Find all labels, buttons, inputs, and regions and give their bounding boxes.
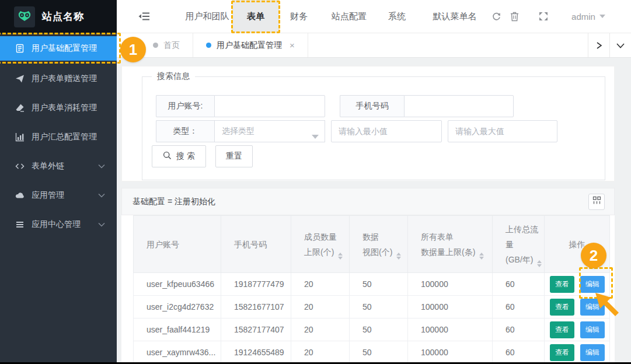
col-header-account: 用户账号	[134, 216, 221, 273]
view-button[interactable]: 查看	[550, 299, 574, 316]
table-title-bar: 基础配置 = 注册初始化	[121, 188, 615, 215]
search-legend: 搜索信息	[152, 71, 195, 82]
refresh-icon[interactable]	[489, 0, 503, 33]
sidebar-item-label: 应用中心管理	[32, 219, 81, 230]
tab-user-basic-config[interactable]: 用户基础配置管理 ×	[193, 33, 308, 57]
trash-icon[interactable]	[507, 0, 522, 33]
bar-chart-icon	[15, 132, 25, 142]
sidebar-item-form-consume[interactable]: 用户表单消耗管理	[0, 93, 117, 123]
sidebar-item-label: 用户基础配置管理	[32, 43, 97, 54]
sort-icon[interactable]	[479, 253, 484, 260]
account-input[interactable]	[214, 95, 325, 117]
tab-bar: 首页 用户基础配置管理 ×	[117, 33, 631, 58]
menu-fold-icon[interactable]	[135, 0, 153, 33]
top-navigation: 用户和团队 表单 财务 站点配置 系统 默认菜单名 admin	[117, 0, 631, 33]
sidebar-item-label: 表单外链	[32, 161, 64, 172]
table-header-row: 用户账号 手机号码 成员数量 上限(个) 数据 视图(个) 所有表单 数据量上限…	[134, 216, 610, 273]
chevron-down-icon[interactable]	[609, 33, 631, 57]
nav-item-system[interactable]: 系统	[384, 0, 410, 33]
col-header-data-limit: 所有表单 数据量上限(条)	[408, 216, 493, 273]
edit-button[interactable]: 编辑	[580, 299, 605, 316]
sidebar: 站点名称 用户基础配置管理 用户表单赠送管理 用户表单消耗管理 用户汇总配置管理	[0, 0, 117, 364]
sidebar-item-label: 用户表单消耗管理	[32, 103, 97, 113]
table-row: user_kfpeuu63466 19187777479 20 50 10000…	[134, 273, 610, 296]
sort-icon[interactable]	[537, 260, 542, 267]
tab-label: 首页	[163, 40, 180, 51]
table-row: user_i2cg4d27632 15821677107 20 50 10000…	[134, 296, 610, 318]
tab-home[interactable]: 首页	[140, 33, 193, 57]
table-title: 基础配置 = 注册初始化	[133, 197, 215, 207]
col-header-phone: 手机号码	[221, 216, 291, 273]
fullscreen-icon[interactable]	[536, 0, 551, 33]
nav-item-finance[interactable]: 财务	[286, 0, 312, 33]
column-settings-icon	[592, 196, 601, 207]
min-value-input[interactable]	[331, 120, 442, 142]
sort-icon[interactable]	[338, 253, 343, 260]
sort-icon[interactable]	[396, 253, 401, 260]
tab-dot-icon	[153, 43, 158, 48]
sidebar-item-label: 用户汇总配置管理	[32, 132, 97, 142]
type-select[interactable]: 选择类型	[214, 120, 325, 142]
col-header-views: 数据 视图(个)	[350, 216, 408, 273]
app-title: 站点名称	[42, 10, 84, 23]
nav-item-site-config[interactable]: 站点配置	[327, 0, 371, 33]
type-field-label: 类型：	[156, 120, 214, 142]
view-button[interactable]: 查看	[550, 276, 574, 293]
eraser-icon	[15, 103, 25, 113]
edit-button[interactable]: 编辑	[580, 321, 605, 338]
sidebar-item-form-external-link[interactable]: 表单外链	[0, 152, 117, 181]
select-caret-icon	[312, 135, 319, 139]
table-row: user_faalf441219 15827177407 20 50 10000…	[134, 318, 610, 341]
tab-label: 用户基础配置管理	[217, 40, 282, 51]
sidebar-item-app-center[interactable]: 应用中心管理	[0, 210, 117, 239]
sidebar-item-user-basic-config[interactable]: 用户基础配置管理	[0, 36, 117, 61]
close-icon[interactable]: ×	[290, 40, 295, 50]
cloud-icon	[15, 191, 25, 200]
list-icon	[15, 220, 25, 229]
phone-field-label: 手机号码	[340, 95, 404, 117]
admin-menu[interactable]: admin	[565, 0, 612, 33]
view-button[interactable]: 查看	[550, 321, 574, 338]
view-button[interactable]: 查看	[550, 344, 574, 361]
col-header-traffic: 上传总流量 (GB/年)	[493, 216, 545, 273]
ledger-icon	[15, 44, 25, 53]
max-value-input[interactable]	[448, 120, 557, 142]
account-field-group: 用户账号:	[156, 95, 325, 117]
sidebar-item-summary-config[interactable]: 用户汇总配置管理	[0, 123, 117, 152]
nav-item-forms[interactable]: 表单	[232, 0, 279, 33]
config-table: 用户账号 手机号码 成员数量 上限(个) 数据 视图(个) 所有表单 数据量上限…	[133, 215, 610, 362]
caret-down-icon	[599, 15, 605, 18]
edit-button[interactable]: 编辑	[580, 344, 605, 361]
type-field-group: 类型：	[156, 120, 214, 142]
search-fieldset: 搜索信息 用户账号: 手机号码 类型： 选择类型	[142, 76, 605, 180]
sidebar-item-app-management[interactable]: 应用管理	[0, 181, 117, 210]
column-settings-button[interactable]	[588, 194, 605, 210]
type-select-placeholder: 选择类型	[222, 126, 255, 136]
step-badge-1: 1	[120, 37, 146, 62]
sidebar-item-label: 应用管理	[32, 190, 64, 201]
sidebar-item-form-gift[interactable]: 用户表单赠送管理	[0, 64, 117, 93]
tab-dot-icon	[206, 43, 211, 48]
send-icon	[15, 74, 25, 83]
phone-field-group: 手机号码	[340, 95, 514, 117]
search-icon	[163, 151, 172, 162]
chevron-down-icon	[98, 163, 105, 169]
col-header-members: 成员数量 上限(个)	[291, 216, 350, 273]
nav-item-default-menu[interactable]: 默认菜单名	[423, 0, 486, 33]
phone-input[interactable]	[404, 95, 514, 117]
page: 站点名称 用户基础配置管理 用户表单赠送管理 用户表单消耗管理 用户汇总配置管理	[0, 0, 631, 364]
nav-item-users-teams[interactable]: 用户和团队	[178, 0, 236, 33]
arrow-right-icon[interactable]	[588, 33, 609, 57]
code-icon	[15, 162, 25, 171]
edit-button[interactable]: 编辑	[580, 276, 605, 293]
search-panel: 搜索信息 用户账号: 手机号码 类型： 选择类型	[121, 66, 615, 181]
search-button[interactable]: 搜 索	[152, 145, 206, 167]
reset-button-label: 重置	[226, 151, 242, 162]
account-field-label: 用户账号:	[156, 95, 214, 117]
app-logo	[14, 6, 35, 27]
search-button-label: 搜 索	[176, 151, 195, 162]
table-panel: 基础配置 = 注册初始化 用户账号 手机号码 成员数量 上限(个)	[121, 188, 615, 362]
table-row: user_xaymrw436... 19124655489 20 50 1000…	[134, 341, 610, 363]
sidebar-item-label: 用户表单赠送管理	[32, 74, 97, 84]
reset-button[interactable]: 重置	[215, 145, 253, 167]
